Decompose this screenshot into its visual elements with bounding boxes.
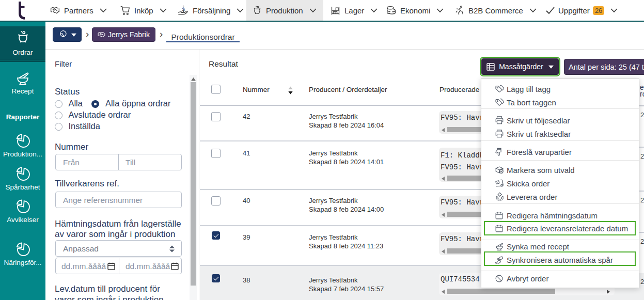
svg-text:$: $ [182,6,185,11]
